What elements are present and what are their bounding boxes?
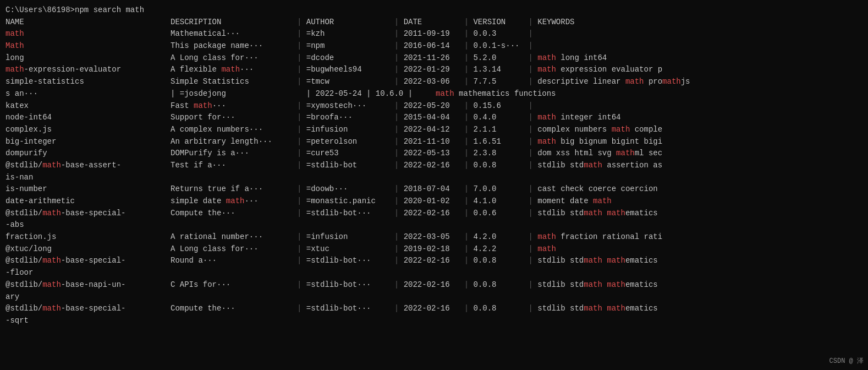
command-line: C:\Users\86198>npm search math [6, 4, 862, 17]
list-item: @stdlib/math-base-special--absCompute th… [6, 208, 862, 231]
list-item: dompurifyDOMPurify is a···| =cure53| 202… [6, 148, 862, 160]
list-item: is-numberReturns true if a···| =doowb···… [6, 183, 862, 195]
list-item: @stdlib/math-base-assert-is-nanTest if a… [6, 160, 862, 183]
list-item: @stdlib/math-base-napi-un-aryC APIs for·… [6, 279, 862, 303]
list-item: complex.jsA complex numbers···| =infusio… [6, 124, 862, 136]
list-item: @xtuc/longA Long class for···| =xtuc| 20… [6, 243, 862, 255]
terminal-output: C:\Users\86198>npm search mathNAMEDESCRI… [6, 4, 862, 327]
header-row: NAMEDESCRIPTION| AUTHOR| DATE| VERSION| … [6, 17, 862, 29]
list-item: fraction.jsA rational number···| =infusi… [6, 231, 862, 243]
watermark: CSDN @ 泽 [829, 356, 864, 366]
list-item: date-arithmeticsimple date math···| =mon… [6, 195, 862, 208]
list-item: katexFast math···| =xymostech···| 2022-0… [6, 100, 862, 112]
list-item: @stdlib/math-base-special--sqrtCompute t… [6, 303, 862, 327]
list-item: mathMathematical···| =kzh| 2011-09-19| 0… [6, 28, 862, 40]
list-item: math-expression-evaluatorA flexible math… [6, 64, 862, 76]
list-item: big-integerAn arbitrary length···| =pete… [6, 136, 862, 148]
list-item: simple-statisticsSimple Statistics| =tmc… [6, 76, 862, 88]
list-item: s an···| =josdejong | 2022-05-24 | 10.6.… [6, 88, 862, 100]
list-item: longA Long class for···| =dcode| 2021-11… [6, 52, 862, 64]
list-item: MathThis package name···| =npm| 2016-06-… [6, 40, 862, 52]
list-item: @stdlib/math-base-special--floorRound a·… [6, 255, 862, 279]
list-item: node-int64Support for···| =broofa···| 20… [6, 112, 862, 124]
